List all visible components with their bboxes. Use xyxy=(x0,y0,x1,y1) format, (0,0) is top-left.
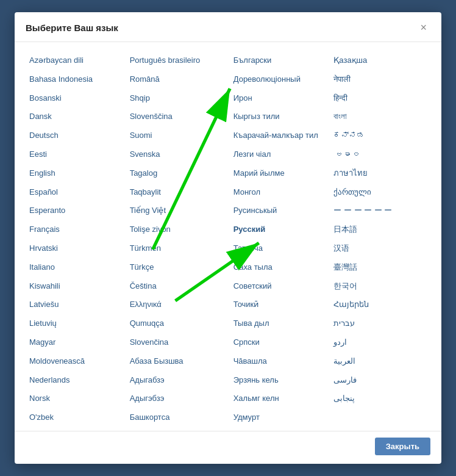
svg-line-3 xyxy=(176,243,259,301)
annotation-arrows xyxy=(15,42,441,431)
dialog-body: Azərbaycan diliPortuguês brasileiroБълга… xyxy=(15,42,441,431)
modal-overlay: Выберите Ваш язык × Azərbaycan diliPortu… xyxy=(0,0,456,476)
dialog-header: Выберите Ваш язык × xyxy=(15,12,441,42)
close-icon-button[interactable]: × xyxy=(416,21,430,34)
close-action-button[interactable]: Закрыть xyxy=(375,438,430,455)
dialog-title: Выберите Ваш язык xyxy=(26,23,118,33)
svg-line-2 xyxy=(153,88,230,250)
dialog-footer: Закрыть xyxy=(15,431,441,464)
language-dialog: Выберите Ваш язык × Azərbaycan diliPortu… xyxy=(15,12,441,464)
